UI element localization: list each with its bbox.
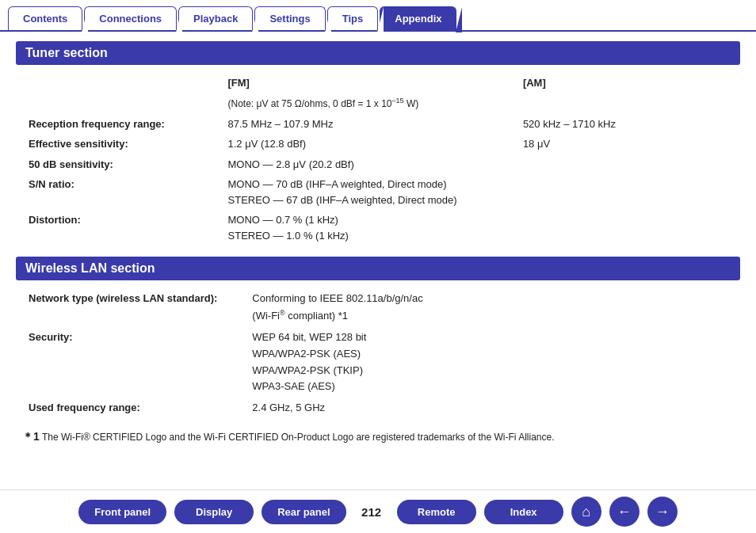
distortion-am xyxy=(517,210,740,246)
wlan-footnote: ＊1 The Wi-Fi® CERTIFIED Logo and the Wi-… xyxy=(16,430,740,444)
forward-button[interactable]: → xyxy=(647,497,678,527)
sn-label: S/N ratio: xyxy=(16,174,222,210)
sensitivity-am: 18 μV xyxy=(517,134,740,154)
back-button[interactable]: ← xyxy=(609,497,640,527)
footnote-marker: ＊1 xyxy=(22,430,40,443)
reception-am: 520 kHz – 1710 kHz xyxy=(517,114,740,135)
tab-playback[interactable]: Playback xyxy=(178,6,253,30)
freq-range-label: Used frequency range: xyxy=(16,398,246,419)
sensitivity-label: Effective sensitivity: xyxy=(16,134,222,154)
tuner-note: (Note: μV at 75 Ω/ohms, 0 dBf = 1 x 10–1… xyxy=(222,93,517,114)
freq-range-value: 2.4 GHz, 5 GHz xyxy=(246,398,740,419)
index-button[interactable]: Index xyxy=(484,500,563,524)
tab-appendix[interactable]: Appendix xyxy=(380,6,456,30)
front-panel-button[interactable]: Front panel xyxy=(78,500,166,524)
tab-settings[interactable]: Settings xyxy=(254,6,325,30)
fm-header: [FM] xyxy=(222,73,517,93)
50db-label: 50 dB sensitivity: xyxy=(16,154,222,175)
security-value: WEP 64 bit, WEP 128 bit WPA/WPA2-PSK (AE… xyxy=(246,327,740,398)
display-button[interactable]: Display xyxy=(174,500,254,524)
50db-fm: MONO — 2.8 μV (20.2 dBf) xyxy=(222,154,517,175)
rear-panel-button[interactable]: Rear panel xyxy=(262,500,346,524)
footnote-text: The Wi-Fi® CERTIFIED Logo and the Wi-Fi … xyxy=(42,432,555,443)
main-content: Tuner section [FM] [AM] (Note: μV at 75 … xyxy=(0,32,756,465)
back-icon: ← xyxy=(617,504,632,520)
tab-tips[interactable]: Tips xyxy=(327,6,379,30)
nav-tabs: Contents Connections Playback Settings T… xyxy=(0,0,756,32)
50db-am xyxy=(517,154,740,175)
network-type-value: Conforming to IEEE 802.11a/b/g/n/ac (Wi-… xyxy=(246,288,740,327)
distortion-label: Distortion: xyxy=(16,210,222,246)
tab-contents[interactable]: Contents xyxy=(8,6,82,30)
home-icon: ⌂ xyxy=(582,504,590,520)
tuner-section-header: Tuner section xyxy=(16,41,740,65)
distortion-fm: MONO — 0.7 % (1 kHz) STEREO — 1.0 % (1 k… xyxy=(222,210,517,246)
bottom-nav: Front panel Display Rear panel 212 Remot… xyxy=(0,489,756,533)
security-label: Security: xyxy=(16,327,246,398)
home-button[interactable]: ⌂ xyxy=(571,497,601,527)
forward-icon: → xyxy=(655,504,670,520)
reception-fm: 87.5 MHz – 107.9 MHz xyxy=(222,114,517,135)
reception-label: Reception frequency range: xyxy=(16,114,222,135)
page-number: 212 xyxy=(357,505,386,519)
sn-fm: MONO — 70 dB (IHF–A weighted, Direct mod… xyxy=(222,174,517,210)
sensitivity-fm: 1.2 μV (12.8 dBf) xyxy=(222,134,517,154)
sn-am xyxy=(517,174,740,210)
tab-connections[interactable]: Connections xyxy=(84,6,177,30)
remote-button[interactable]: Remote xyxy=(397,500,476,524)
network-type-label: Network type (wireless LAN standard): xyxy=(16,288,246,327)
am-header: [AM] xyxy=(517,73,740,93)
wlan-section-header: Wireless LAN section xyxy=(16,257,740,280)
